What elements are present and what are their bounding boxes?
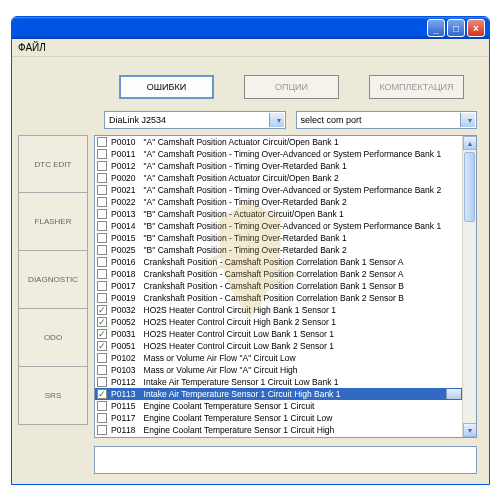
checkbox[interactable] [97,269,107,279]
minimize-button[interactable]: _ [427,19,445,37]
table-row[interactable]: P0016Crankshaft Position - Camshaft Posi… [95,256,462,268]
table-row[interactable]: P0025"B" Camshaft Position - Timing Over… [95,244,462,256]
dtc-desc: Mass or Volume Air Flow "A" Circuit High [144,364,298,376]
dtc-desc: Crankshaft Position - Camshaft Position … [144,280,404,292]
table-row[interactable]: P0018Crankshaft Position - Camshaft Posi… [95,268,462,280]
selects-row: DiaLink J2534 ▾ select com port ▾ [12,107,489,135]
dtc-code: P0022 [111,196,136,208]
checkbox[interactable] [97,137,107,147]
sidebar-item-diagnostic[interactable]: DIAGNOSTIC [18,251,88,309]
dtc-desc: Engine Coolant Temperature Sensor 1 Circ… [144,412,333,424]
dtc-code: P0013 [111,208,136,220]
dtc-desc: Intake Air Temperature Sensor 1 Circuit … [144,376,339,388]
sidebar: DTC EDIT FLASHER DIAGNOSTIC ODO SRS [18,135,88,474]
chevron-down-icon: ▾ [468,116,472,125]
checkbox[interactable] [97,425,107,435]
table-row[interactable]: P0117Engine Coolant Temperature Sensor 1… [95,412,462,424]
table-row[interactable]: P0113Intake Air Temperature Sensor 1 Cir… [95,388,462,400]
dtc-code: P0103 [111,364,136,376]
checkbox[interactable] [97,209,107,219]
adapter-select[interactable]: DiaLink J2534 ▾ [104,111,286,129]
checkbox[interactable] [97,185,107,195]
dtc-desc: Crankshaft Position - Camshaft Position … [144,268,404,280]
sidebar-item-srs[interactable]: SRS [18,367,88,425]
sidebar-item-odo[interactable]: ODO [18,309,88,367]
table-row[interactable]: P0019Crankshaft Position - Camshaft Posi… [95,292,462,304]
checkbox[interactable] [97,197,107,207]
dtc-listbox[interactable]: P0010"A" Camshaft Position Actuator Circ… [94,135,477,438]
table-row[interactable]: P0017Crankshaft Position - Camshaft Posi… [95,280,462,292]
checkbox[interactable] [97,281,107,291]
port-select[interactable]: select com port ▾ [296,111,478,129]
scroll-thumb[interactable] [464,152,475,222]
top-buttons: ОШИБКИ ОПЦИИ КОМПЛЕКТАЦИЯ [12,57,489,107]
scroll-up-button[interactable]: ▲ [463,136,477,150]
menu-file[interactable]: ФАЙЛ [18,42,46,53]
menubar: ФАЙЛ [12,39,489,57]
checkbox[interactable] [97,413,107,423]
table-row[interactable]: P0103Mass or Volume Air Flow "A" Circuit… [95,364,462,376]
titlebar[interactable]: _ □ × [12,17,489,39]
table-row[interactable]: P0020"A" Camshaft Position Actuator Circ… [95,172,462,184]
table-row[interactable]: P0115Engine Coolant Temperature Sensor 1… [95,400,462,412]
checkbox[interactable] [97,149,107,159]
dtc-code: P0014 [111,220,136,232]
table-row[interactable]: P0116Engine Coolant Temperature Sensor 1… [95,436,462,437]
scroll-down-button[interactable]: ▼ [463,423,477,437]
checkbox[interactable] [97,173,107,183]
dtc-code: P0052 [111,316,136,328]
checkbox[interactable] [97,365,107,375]
checkbox[interactable] [97,305,107,315]
table-row[interactable]: P0031HO2S Heater Control Circuit Low Ban… [95,328,462,340]
checkbox[interactable] [97,341,107,351]
table-row[interactable]: P0011"A" Camshaft Position - Timing Over… [95,148,462,160]
dtc-code: P0017 [111,280,136,292]
dtc-code: P0015 [111,232,136,244]
close-button[interactable]: × [467,19,485,37]
table-row[interactable]: P0022"A" Camshaft Position - Timing Over… [95,196,462,208]
checkbox[interactable] [97,317,107,327]
dtc-code: P0011 [111,148,136,160]
output-box[interactable] [94,446,477,474]
scrollbar[interactable]: ▲ ▼ [462,136,476,437]
content-area: DTC EDIT FLASHER DIAGNOSTIC ODO SRS P001… [12,135,489,484]
checkbox[interactable] [97,353,107,363]
checkbox[interactable] [97,221,107,231]
table-row[interactable]: P0052HO2S Heater Control Circuit High Ba… [95,316,462,328]
checkbox[interactable] [97,293,107,303]
dtc-desc: HO2S Heater Control Circuit Low Bank 1 S… [144,328,334,340]
checkbox[interactable] [97,257,107,267]
table-row[interactable]: P0102Mass or Volume Air Flow "A" Circuit… [95,352,462,364]
checkbox[interactable] [97,245,107,255]
sidebar-item-dtcedit[interactable]: DTC EDIT [18,135,88,193]
dtc-code: P0010 [111,136,136,148]
dtc-code: P0025 [111,244,136,256]
table-row[interactable]: P0013"B" Camshaft Position - Actuator Ci… [95,208,462,220]
dtc-desc: "A" Camshaft Position - Timing Over-Reta… [144,160,347,172]
checkbox[interactable] [97,377,107,387]
sidebar-item-flasher[interactable]: FLASHER [18,193,88,251]
maximize-button[interactable]: □ [447,19,465,37]
table-row[interactable]: P0021"A" Camshaft Position - Timing Over… [95,184,462,196]
table-row[interactable]: P0014"B" Camshaft Position - Timing Over… [95,220,462,232]
port-value: select com port [301,115,362,125]
dtc-desc: HO2S Heater Control Circuit High Bank 2 … [144,316,336,328]
table-row[interactable]: P0118Engine Coolant Temperature Sensor 1… [95,424,462,436]
options-button[interactable]: ОПЦИИ [244,75,339,99]
table-row[interactable]: P0032HO2S Heater Control Circuit High Ba… [95,304,462,316]
table-row[interactable]: P0112Intake Air Temperature Sensor 1 Cir… [95,376,462,388]
dtc-desc: Engine Coolant Temperature Sensor 1 Circ… [144,424,335,436]
table-row[interactable]: P0051HO2S Heater Control Circuit Low Ban… [95,340,462,352]
minimize-icon: _ [433,23,439,34]
checkbox[interactable] [97,161,107,171]
equipment-button[interactable]: КОМПЛЕКТАЦИЯ [369,75,464,99]
checkbox[interactable] [97,401,107,411]
table-row[interactable]: P0010"A" Camshaft Position Actuator Circ… [95,136,462,148]
checkbox[interactable] [97,329,107,339]
checkbox[interactable] [97,233,107,243]
errors-button[interactable]: ОШИБКИ [119,75,214,99]
table-row[interactable]: P0015"B" Camshaft Position - Timing Over… [95,232,462,244]
dtc-desc: "A" Camshaft Position - Timing Over-Adva… [144,184,442,196]
checkbox[interactable] [97,389,107,399]
table-row[interactable]: P0012"A" Camshaft Position - Timing Over… [95,160,462,172]
